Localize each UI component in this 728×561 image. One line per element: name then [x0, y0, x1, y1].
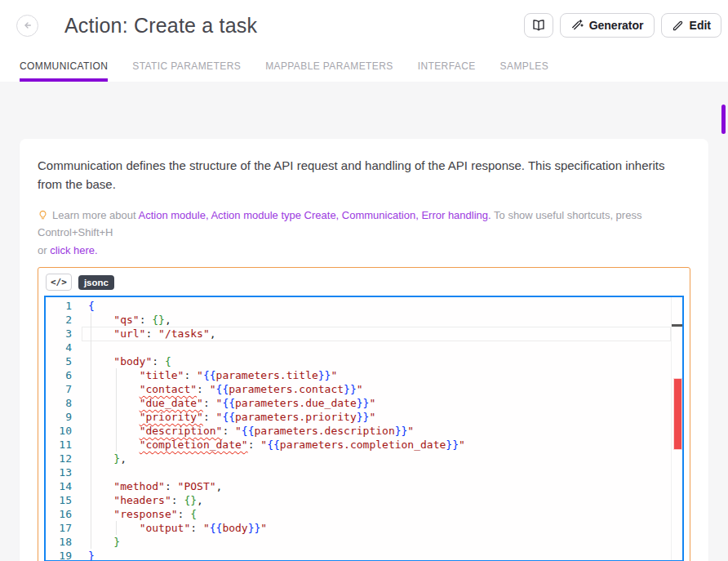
- code-line[interactable]: "headers": {},: [82, 493, 671, 507]
- code-token: parameters.priority: [235, 411, 357, 423]
- tip-link[interactable]: Communication,: [342, 209, 422, 221]
- line-number[interactable]: 17: [46, 521, 72, 535]
- code-token: ": [260, 522, 267, 534]
- code-line[interactable]: [82, 465, 671, 479]
- code-token: {: [88, 300, 95, 312]
- page-title: Action: Create a task: [64, 14, 524, 38]
- code-token: {{: [267, 439, 280, 451]
- code-token: "/tasks": [158, 327, 210, 340]
- code-token: }: [88, 550, 95, 560]
- line-number[interactable]: 15: [46, 493, 72, 507]
- code-token: }}: [357, 397, 370, 409]
- line-number[interactable]: 4: [46, 341, 72, 354]
- code-line[interactable]: "description": "{{parameters.description…: [82, 424, 671, 438]
- code-line[interactable]: "output": "{{body}}": [82, 521, 671, 535]
- code-token-error: "due_date": [140, 397, 203, 409]
- code-token: [88, 480, 113, 492]
- line-number[interactable]: 16: [46, 507, 72, 521]
- edit-button[interactable]: Edit: [661, 13, 721, 38]
- code-editor[interactable]: 12345678910111213141516171819 { "qs": {}…: [44, 296, 684, 561]
- code-token-error: "description": [140, 425, 223, 437]
- gutter[interactable]: 12345678910111213141516171819: [46, 297, 82, 560]
- tab-mappable-parameters[interactable]: MAPPABLE PARAMETERS: [265, 51, 393, 82]
- code-line[interactable]: },: [82, 452, 671, 465]
- code-token-error: "contact": [140, 383, 197, 395]
- code-token: ,: [165, 314, 171, 326]
- code-line[interactable]: "contact": "{{parameters.contact}}": [82, 382, 671, 396]
- code-token: [88, 314, 113, 326]
- code-token: [88, 494, 113, 506]
- code-token: :: [140, 314, 153, 326]
- code-token: }}: [357, 411, 370, 423]
- line-number[interactable]: 5: [46, 354, 72, 368]
- line-number[interactable]: 8: [46, 396, 72, 410]
- code-line[interactable]: "due_date": "{{parameters.due_date}}": [82, 396, 671, 410]
- line-number[interactable]: 6: [46, 368, 72, 382]
- generator-button[interactable]: Generator: [560, 13, 655, 38]
- tip-line-1: Learn more about Action module, Action m…: [38, 209, 641, 238]
- line-number[interactable]: 18: [46, 535, 72, 549]
- line-number[interactable]: 13: [46, 465, 72, 479]
- line-number[interactable]: 9: [46, 410, 72, 424]
- tip-link[interactable]: click here.: [50, 244, 98, 256]
- code-line[interactable]: }: [82, 535, 671, 549]
- code-line[interactable]: "url": "/tasks",: [82, 327, 671, 341]
- code-line[interactable]: "body": {: [82, 354, 671, 368]
- code-lines[interactable]: { "qs": {}, "url": "/tasks", "body": { "…: [82, 297, 671, 560]
- code-token: }}: [446, 439, 459, 451]
- line-number[interactable]: 3: [46, 327, 72, 341]
- code-token: "headers": [113, 494, 171, 506]
- code-token: }}: [344, 383, 357, 395]
- code-token: :: [203, 411, 216, 423]
- tip-link[interactable]: Action module,: [139, 209, 211, 221]
- code-token: ,: [210, 327, 216, 340]
- code-token: parameters.due_date: [235, 397, 357, 409]
- code-line[interactable]: [82, 341, 671, 354]
- code-token: "qs": [113, 314, 139, 326]
- code-line[interactable]: }: [82, 549, 671, 560]
- code-token: }}: [248, 522, 261, 534]
- line-number[interactable]: 7: [46, 382, 72, 396]
- line-number[interactable]: 11: [46, 438, 72, 452]
- page-scrollbar-thumb[interactable]: [721, 105, 726, 134]
- overview-cursor-marker: [672, 324, 682, 327]
- code-token: {{: [222, 397, 235, 409]
- header-actions: Generator Edit: [524, 13, 721, 38]
- code-token: :: [178, 508, 191, 520]
- line-number[interactable]: 14: [46, 479, 72, 493]
- tab-communication[interactable]: COMMUNICATION: [20, 51, 108, 82]
- code-token: :: [197, 383, 210, 395]
- line-number[interactable]: 19: [46, 549, 72, 561]
- line-number[interactable]: 12: [46, 452, 72, 465]
- line-number[interactable]: 10: [46, 424, 72, 438]
- tip-link[interactable]: Error handling.: [421, 209, 491, 221]
- code-token-error: "priority": [140, 411, 203, 423]
- code-line[interactable]: "completion_date": "{{parameters.complet…: [82, 438, 671, 452]
- back-button[interactable]: [16, 15, 38, 37]
- page-header: Action: Create a task Generator: [0, 0, 728, 82]
- code-line[interactable]: "priority": "{{parameters.priority}}": [82, 410, 671, 424]
- code-token: "output": [140, 522, 191, 534]
- editor-scrollbar[interactable]: [671, 297, 682, 560]
- docs-button[interactable]: [524, 13, 553, 38]
- book-icon: [531, 18, 546, 33]
- code-token: :: [152, 355, 165, 367]
- code-line[interactable]: "response": {: [82, 507, 671, 521]
- arrow-left-icon: [21, 19, 34, 32]
- code-token: {: [190, 508, 197, 520]
- line-number[interactable]: 2: [46, 313, 72, 327]
- code-token: [88, 397, 140, 409]
- line-number[interactable]: 1: [46, 299, 72, 313]
- code-line[interactable]: {: [82, 299, 671, 313]
- title-row: Action: Create a task Generator: [0, 0, 728, 51]
- code-line[interactable]: "method": "POST",: [82, 479, 671, 493]
- code-token: ": [260, 439, 267, 451]
- tip-link[interactable]: Action module type Create,: [211, 209, 341, 221]
- code-line[interactable]: "qs": {},: [82, 313, 671, 327]
- code-token: [88, 355, 113, 367]
- tab-samples[interactable]: SAMPLES: [500, 51, 549, 82]
- code-token: [88, 522, 140, 534]
- code-line[interactable]: "title": "{{parameters.title}}": [82, 368, 671, 382]
- tab-static-parameters[interactable]: STATIC PARAMETERS: [132, 51, 241, 82]
- tab-interface[interactable]: INTERFACE: [418, 51, 476, 82]
